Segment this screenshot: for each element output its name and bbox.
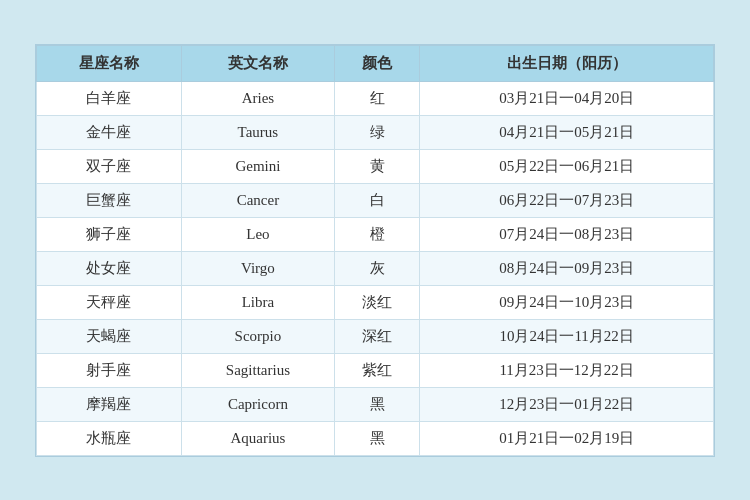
table-row: 摩羯座Capricorn黑12月23日一01月22日 — [37, 387, 714, 421]
cell-color: 红 — [334, 81, 419, 115]
cell-chinese: 摩羯座 — [37, 387, 182, 421]
cell-english: Gemini — [181, 149, 334, 183]
table-row: 狮子座Leo橙07月24日一08月23日 — [37, 217, 714, 251]
cell-english: Scorpio — [181, 319, 334, 353]
cell-english: Taurus — [181, 115, 334, 149]
header-row: 星座名称 英文名称 颜色 出生日期（阳历） — [37, 45, 714, 81]
cell-english: Virgo — [181, 251, 334, 285]
cell-chinese: 巨蟹座 — [37, 183, 182, 217]
col-header-dates: 出生日期（阳历） — [420, 45, 714, 81]
cell-color: 白 — [334, 183, 419, 217]
cell-chinese: 狮子座 — [37, 217, 182, 251]
cell-dates: 07月24日一08月23日 — [420, 217, 714, 251]
table-row: 巨蟹座Cancer白06月22日一07月23日 — [37, 183, 714, 217]
zodiac-table: 星座名称 英文名称 颜色 出生日期（阳历） 白羊座Aries红03月21日一04… — [36, 45, 714, 456]
cell-dates: 11月23日一12月22日 — [420, 353, 714, 387]
cell-dates: 04月21日一05月21日 — [420, 115, 714, 149]
cell-english: Aquarius — [181, 421, 334, 455]
col-header-color: 颜色 — [334, 45, 419, 81]
table-row: 天秤座Libra淡红09月24日一10月23日 — [37, 285, 714, 319]
cell-dates: 08月24日一09月23日 — [420, 251, 714, 285]
zodiac-table-wrapper: 星座名称 英文名称 颜色 出生日期（阳历） 白羊座Aries红03月21日一04… — [35, 44, 715, 457]
table-row: 射手座Sagittarius紫红11月23日一12月22日 — [37, 353, 714, 387]
cell-english: Libra — [181, 285, 334, 319]
cell-english: Aries — [181, 81, 334, 115]
cell-english: Capricorn — [181, 387, 334, 421]
cell-dates: 05月22日一06月21日 — [420, 149, 714, 183]
cell-dates: 06月22日一07月23日 — [420, 183, 714, 217]
cell-dates: 01月21日一02月19日 — [420, 421, 714, 455]
cell-chinese: 金牛座 — [37, 115, 182, 149]
table-row: 白羊座Aries红03月21日一04月20日 — [37, 81, 714, 115]
table-header: 星座名称 英文名称 颜色 出生日期（阳历） — [37, 45, 714, 81]
cell-chinese: 双子座 — [37, 149, 182, 183]
cell-dates: 12月23日一01月22日 — [420, 387, 714, 421]
cell-chinese: 处女座 — [37, 251, 182, 285]
cell-chinese: 天蝎座 — [37, 319, 182, 353]
cell-color: 灰 — [334, 251, 419, 285]
cell-chinese: 白羊座 — [37, 81, 182, 115]
cell-dates: 10月24日一11月22日 — [420, 319, 714, 353]
cell-chinese: 射手座 — [37, 353, 182, 387]
cell-chinese: 天秤座 — [37, 285, 182, 319]
cell-color: 橙 — [334, 217, 419, 251]
cell-english: Cancer — [181, 183, 334, 217]
table-body: 白羊座Aries红03月21日一04月20日金牛座Taurus绿04月21日一0… — [37, 81, 714, 455]
cell-color: 紫红 — [334, 353, 419, 387]
table-row: 金牛座Taurus绿04月21日一05月21日 — [37, 115, 714, 149]
cell-color: 黑 — [334, 421, 419, 455]
table-row: 天蝎座Scorpio深红10月24日一11月22日 — [37, 319, 714, 353]
cell-chinese: 水瓶座 — [37, 421, 182, 455]
cell-english: Leo — [181, 217, 334, 251]
cell-color: 绿 — [334, 115, 419, 149]
table-row: 处女座Virgo灰08月24日一09月23日 — [37, 251, 714, 285]
cell-dates: 03月21日一04月20日 — [420, 81, 714, 115]
cell-color: 黑 — [334, 387, 419, 421]
table-row: 水瓶座Aquarius黑01月21日一02月19日 — [37, 421, 714, 455]
cell-color: 黄 — [334, 149, 419, 183]
table-row: 双子座Gemini黄05月22日一06月21日 — [37, 149, 714, 183]
cell-dates: 09月24日一10月23日 — [420, 285, 714, 319]
col-header-chinese: 星座名称 — [37, 45, 182, 81]
cell-color: 淡红 — [334, 285, 419, 319]
col-header-english: 英文名称 — [181, 45, 334, 81]
cell-color: 深红 — [334, 319, 419, 353]
cell-english: Sagittarius — [181, 353, 334, 387]
